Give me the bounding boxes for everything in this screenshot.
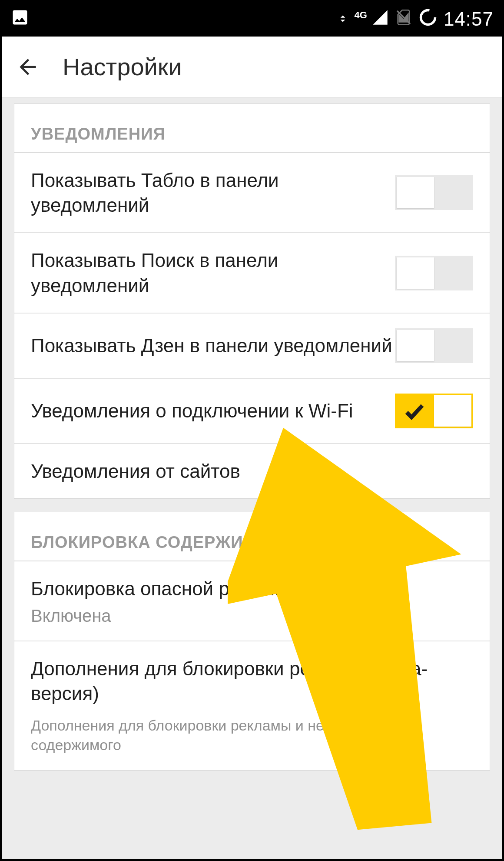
photo-icon [10, 8, 30, 31]
setting-label: Дополнения для блокировки рекламы (Бета-… [31, 656, 473, 706]
settings-content[interactable]: УВЕДОМЛЕНИЯ Показывать Табло в панели ув… [2, 97, 502, 859]
section-header-notifications: УВЕДОМЛЕНИЯ [14, 104, 490, 153]
toggle-zen[interactable] [395, 328, 473, 363]
back-button[interactable] [15, 54, 41, 80]
signal-icon [371, 9, 389, 30]
setting-row-addons[interactable]: Дополнения для блокировки рекламы (Бета-… [14, 641, 490, 770]
setting-label: Блокировка опасной рекламы [31, 576, 473, 601]
check-icon [403, 400, 426, 423]
clock: 14:57 [444, 8, 494, 30]
svg-point-1 [421, 10, 435, 24]
setting-row-adblock[interactable]: Блокировка опасной рекламы Включена [14, 561, 490, 641]
toggle-search[interactable] [395, 256, 473, 290]
status-bar: 4G 14:57 [2, 2, 502, 37]
setting-row-site-notifications[interactable]: Уведомления от сайтов [14, 444, 490, 498]
setting-help: Дополнения для блокировки рекламы и неже… [31, 716, 473, 756]
no-sim-icon [395, 9, 412, 30]
section-blocking: БЛОКИРОВКА СОДЕРЖИМОГО Блокировка опасно… [14, 512, 490, 771]
setting-label: Показывать Поиск в панели уведомлений [31, 248, 395, 297]
section-header-blocking: БЛОКИРОВКА СОДЕРЖИМОГО [14, 512, 490, 561]
setting-label: Показывать Табло в панели уведомлений [31, 168, 395, 217]
setting-row-wifi[interactable]: Уведомления о подключении к Wi-Fi [14, 379, 490, 444]
toggle-wifi[interactable] [395, 394, 473, 428]
setting-label: Уведомления от сайтов [31, 459, 473, 484]
setting-sublabel: Включена [31, 606, 473, 626]
setting-row-tablo[interactable]: Показывать Табло в панели уведомлений [14, 153, 490, 233]
updown-icon [337, 10, 348, 29]
app-bar: Настройки [2, 37, 502, 97]
section-notifications: УВЕДОМЛЕНИЯ Показывать Табло в панели ув… [14, 103, 490, 499]
setting-label: Показывать Дзен в панели уведомлений [31, 333, 395, 358]
network-label: 4G [355, 10, 367, 21]
setting-row-search[interactable]: Показывать Поиск в панели уведомлений [14, 233, 490, 313]
setting-row-zen[interactable]: Показывать Дзен в панели уведомлений [14, 314, 490, 379]
setting-label: Уведомления о подключении к Wi-Fi [31, 398, 395, 423]
page-title: Настройки [63, 53, 182, 81]
toggle-tablo[interactable] [395, 175, 473, 210]
loading-icon [418, 8, 438, 31]
